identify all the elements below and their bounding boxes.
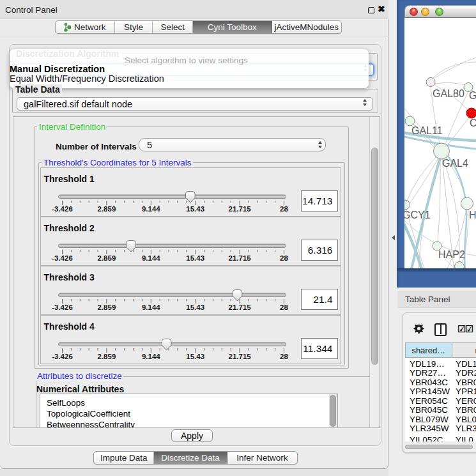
svg-text:HAP2: HAP2 xyxy=(438,249,465,260)
svg-text:-3.426: -3.426 xyxy=(52,254,73,262)
svg-text:9.144: 9.144 xyxy=(141,353,160,360)
svg-text:GAL4: GAL4 xyxy=(442,158,468,169)
svg-text:28: 28 xyxy=(280,303,288,311)
svg-text:9.144: 9.144 xyxy=(141,205,160,213)
svg-text:15.43: 15.43 xyxy=(186,254,204,262)
svg-text:-3.426: -3.426 xyxy=(52,303,73,311)
svg-text:2.859: 2.859 xyxy=(97,303,116,311)
svg-text:2.859: 2.859 xyxy=(97,353,116,360)
svg-text:GAL80: GAL80 xyxy=(433,88,464,99)
svg-text:28: 28 xyxy=(280,353,288,360)
svg-text:21.715: 21.715 xyxy=(228,205,251,213)
svg-text:-3.426: -3.426 xyxy=(52,205,73,213)
svg-text:GAL11: GAL11 xyxy=(411,125,443,136)
svg-text:21.715: 21.715 xyxy=(228,303,251,311)
svg-text:2.859: 2.859 xyxy=(97,205,116,213)
svg-text:21.715: 21.715 xyxy=(228,254,251,262)
svg-text:21.715: 21.715 xyxy=(228,353,251,360)
svg-text:C: C xyxy=(470,118,476,128)
svg-text:GA: GA xyxy=(469,90,476,101)
svg-text:15.43: 15.43 xyxy=(186,205,204,213)
svg-text:H: H xyxy=(469,210,476,220)
svg-text:2.859: 2.859 xyxy=(97,254,116,262)
svg-text:28: 28 xyxy=(280,254,288,262)
svg-text:9.144: 9.144 xyxy=(141,303,160,311)
svg-text:9.144: 9.144 xyxy=(141,254,160,262)
svg-text:28: 28 xyxy=(280,205,288,213)
svg-text:-3.426: -3.426 xyxy=(52,353,73,360)
svg-text:15.43: 15.43 xyxy=(186,303,204,311)
svg-text:GCY1: GCY1 xyxy=(404,210,431,220)
svg-text:15.43: 15.43 xyxy=(186,353,204,360)
